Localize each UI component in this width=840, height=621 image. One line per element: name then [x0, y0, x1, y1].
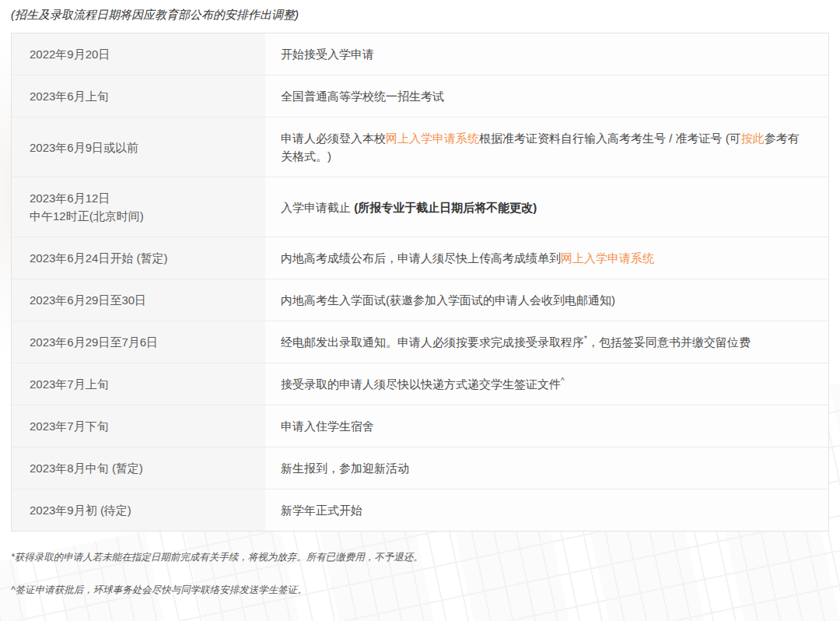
- date-cell: 2023年6月上旬: [12, 75, 265, 117]
- content-segment: ，包括签妥同意书并缴交留位费: [587, 335, 751, 349]
- table-row: 2022年9月20日 开始接受入学申请: [12, 33, 828, 75]
- content-text: 申请人必须登入本校网上入学申请系统根据准考证资料自行输入高考考生号 / 准考证号…: [281, 129, 808, 165]
- content-text: 内地高考成绩公布后，申请人须尽快上传高考成绩单到网上入学申请系统: [281, 249, 654, 267]
- content-segment: 根据准考证资料自行输入高考考生号 / 准考证号 (可: [479, 132, 741, 145]
- table-row: 2023年7月下旬 申请入住学生宿舍: [12, 405, 828, 447]
- content-segment: 内地高考成绩公布后，申请人须尽快上传高考成绩单到: [281, 251, 561, 265]
- date-text: 2023年6月9日或以前: [30, 139, 138, 156]
- footnote-asterisk: *获得录取的申请人若未能在指定日期前完成有关手续，将视为放弃。所有已缴费用，不予…: [11, 551, 828, 564]
- date-cell: 2023年6月29日至7月6日: [12, 321, 265, 363]
- date-text: 2023年6月29日至30日: [30, 291, 146, 309]
- content-segment: 入学申请截止: [281, 201, 354, 214]
- content-text: 新生报到，参加迎新活动: [281, 459, 409, 477]
- content-segment: 内地高考生入学面试(获邀参加入学面试的申请人会收到电邮通知): [281, 293, 615, 307]
- date-cell: 2023年6月29日至30日: [12, 279, 265, 321]
- online-application-system-link[interactable]: 网上入学申请系统: [561, 251, 654, 265]
- content-cell: 接受录取的申请人须尽快以快递方式递交学生签证文件^: [265, 363, 828, 405]
- content-cell: 内地高考生入学面试(获邀参加入学面试的申请人会收到电邮通知): [265, 279, 828, 321]
- content-cell: 开始接受入学申请: [265, 33, 828, 75]
- content-cell: 全国普通高等学校统一招生考试: [265, 75, 828, 117]
- date-text: 2023年8月中旬 (暂定): [30, 459, 143, 477]
- date-text: 2023年6月24日开始 (暂定): [30, 249, 168, 267]
- date-cell: 2023年8月中旬 (暂定): [12, 447, 265, 489]
- content-segment: 接受录取的申请人须尽快以快递方式递交学生签证文件: [281, 377, 561, 391]
- table-row: 2023年8月中旬 (暂定) 新生报到，参加迎新活动: [12, 447, 828, 489]
- content-text: 新学年正式开始: [281, 501, 362, 519]
- date-text: 2023年6月29日至7月6日: [30, 333, 158, 351]
- content-segment: 全国普通高等学校统一招生考试: [281, 89, 444, 103]
- content-text: 内地高考生入学面试(获邀参加入学面试的申请人会收到电邮通知): [281, 291, 615, 309]
- date-text: 2023年9月初 (待定): [30, 501, 131, 519]
- content-text: 申请入住学生宿舍: [281, 417, 374, 435]
- content-cell: 申请人必须登入本校网上入学申请系统根据准考证资料自行输入高考考生号 / 准考证号…: [265, 118, 828, 177]
- date-cell: 2023年6月12日中午12时正(北京时间): [12, 177, 265, 237]
- table-row: 2023年6月29日至30日 内地高考生入学面试(获邀参加入学面试的申请人会收到…: [12, 279, 828, 321]
- table-row: 2023年6月上旬 全国普通高等学校统一招生考试: [12, 75, 828, 118]
- content-text: 接受录取的申请人须尽快以快递方式递交学生签证文件^: [281, 375, 565, 393]
- table-row: 2023年6月24日开始 (暂定) 内地高考成绩公布后，申请人须尽快上传高考成绩…: [12, 237, 828, 279]
- content-cell: 经电邮发出录取通知。申请人必须按要求完成接受录取程序*，包括签妥同意书并缴交留位…: [265, 321, 828, 363]
- date-text: 2023年6月上旬: [30, 87, 109, 105]
- schedule-adjustment-note: (招生及录取流程日期将因应教育部公布的安排作出调整): [11, 6, 828, 23]
- content-cell: 申请入住学生宿舍: [265, 405, 828, 447]
- date-cell: 2023年9月初 (待定): [12, 489, 265, 531]
- admissions-schedule-page: (招生及录取流程日期将因应教育部公布的安排作出调整) 2022年9月20日 开始…: [0, 0, 840, 621]
- content-text: 开始接受入学申请: [281, 45, 374, 63]
- content-text: 全国普通高等学校统一招生考试: [281, 87, 444, 105]
- date-text: 2023年6月12日中午12时正(北京时间): [30, 189, 144, 225]
- date-cell: 2023年6月24日开始 (暂定): [12, 237, 265, 279]
- content-text: 经电邮发出录取通知。申请人必须按要求完成接受录取程序*，包括签妥同意书并缴交留位…: [281, 333, 751, 351]
- content-segment: 新学年正式开始: [281, 503, 362, 517]
- table-row: 2023年6月9日或以前 申请人必须登入本校网上入学申请系统根据准考证资料自行输…: [12, 118, 828, 177]
- content-cell: 入学申请截止 (所报专业于截止日期后将不能更改): [265, 177, 828, 237]
- content-segment: 开始接受入学申请: [281, 47, 374, 61]
- content-cell: 内地高考成绩公布后，申请人须尽快上传高考成绩单到网上入学申请系统: [265, 237, 828, 279]
- content-text: 入学申请截止 (所报专业于截止日期后将不能更改): [281, 198, 537, 216]
- date-text: 2023年7月上旬: [30, 375, 109, 393]
- date-cell: 2022年9月20日: [12, 33, 265, 75]
- content-segment: 经电邮发出录取通知。申请人必须按要求完成接受录取程序: [281, 335, 584, 349]
- table-row: 2023年9月初 (待定) 新学年正式开始: [12, 489, 828, 531]
- bold-text: (所报专业于截止日期后将不能更改): [354, 201, 537, 214]
- content-cell: 新学年正式开始: [265, 489, 828, 531]
- date-text: 2023年7月下旬: [30, 417, 109, 435]
- content-segment: 申请人必须登入本校: [281, 132, 386, 145]
- content-segment: 新生报到，参加迎新活动: [281, 461, 409, 475]
- date-cell: 2023年7月上旬: [12, 363, 265, 405]
- content-segment: 申请入住学生宿舍: [281, 419, 374, 433]
- online-application-system-link[interactable]: 网上入学申请系统: [386, 132, 479, 145]
- footnote-caret: ^签证申请获批后，环球事务处会尽快与同学联络安排发送学生签证。: [11, 584, 828, 597]
- table-row: 2023年6月29日至7月6日 经电邮发出录取通知。申请人必须按要求完成接受录取…: [12, 321, 828, 363]
- date-cell: 2023年7月下旬: [12, 405, 265, 447]
- content-cell: 新生报到，参加迎新活动: [265, 447, 828, 489]
- footnote-marker: ^: [561, 377, 565, 385]
- date-cell: 2023年6月9日或以前: [12, 118, 265, 177]
- table-row: 2023年6月12日中午12时正(北京时间) 入学申请截止 (所报专业于截止日期…: [12, 177, 828, 237]
- admissions-timeline-table: 2022年9月20日 开始接受入学申请 2023年6月上旬 全国普通高等学校统一…: [11, 33, 829, 532]
- date-text: 2022年9月20日: [30, 45, 110, 63]
- click-here-link[interactable]: 按此: [741, 132, 765, 145]
- table-row: 2023年7月上旬 接受录取的申请人须尽快以快递方式递交学生签证文件^: [12, 363, 828, 405]
